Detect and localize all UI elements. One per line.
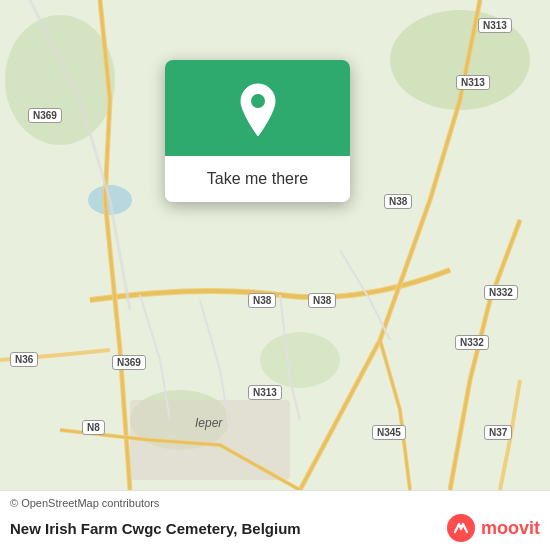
svg-point-4 [260, 332, 340, 388]
road-label-n332-1: N332 [455, 335, 489, 350]
road-label-n8: N8 [82, 420, 105, 435]
osm-credit: © OpenStreetMap contributors [10, 497, 540, 509]
road-label-n313-bot: N313 [248, 385, 282, 400]
moovit-logo: moovit [445, 512, 540, 544]
location-name: New Irish Farm Cwgc Cemetery, Belgium [10, 520, 301, 537]
bottom-bar: © OpenStreetMap contributors New Irish F… [0, 490, 550, 550]
road-label-n369-bot: N369 [112, 355, 146, 370]
city-label: Ieper [195, 416, 222, 430]
location-pin-icon [235, 82, 281, 138]
road-label-n332-2: N332 [484, 285, 518, 300]
map-container[interactable]: N313 N313 N369 N38 N38 N38 N369 N332 N33… [0, 0, 550, 490]
road-label-n37: N37 [484, 425, 512, 440]
road-label-n313-top: N313 [478, 18, 512, 33]
road-label-n38-3: N38 [384, 194, 412, 209]
take-me-there-button[interactable]: Take me there [165, 156, 350, 202]
road-label-n38-2: N38 [308, 293, 336, 308]
location-name-bar: New Irish Farm Cwgc Cemetery, Belgium mo… [10, 512, 540, 544]
svg-point-2 [5, 15, 115, 145]
road-label-n313-mid: N313 [456, 75, 490, 90]
popup-card: Take me there [165, 60, 350, 202]
road-label-n345: N345 [372, 425, 406, 440]
moovit-text: moovit [481, 518, 540, 539]
moovit-icon [445, 512, 477, 544]
road-label-n369-top: N369 [28, 108, 62, 123]
road-label-n36: N36 [10, 352, 38, 367]
road-label-n38-1: N38 [248, 293, 276, 308]
svg-point-7 [251, 94, 265, 108]
popup-top [165, 60, 350, 156]
